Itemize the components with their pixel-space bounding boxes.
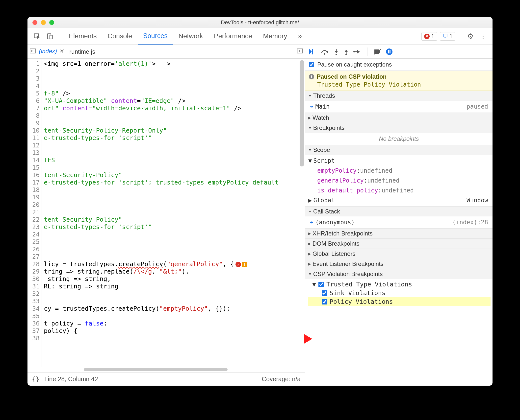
current-thread-icon: ➔ (310, 103, 313, 110)
tab-memory[interactable]: Memory (258, 28, 293, 45)
csp-tree-child[interactable]: Sink Violations (308, 289, 491, 297)
policy-violations-checkbox[interactable] (322, 299, 327, 304)
callstack-frame[interactable]: ➔ (anonymous) (index):28 (305, 217, 493, 227)
svg-rect-5 (312, 49, 313, 54)
tab-elements[interactable]: Elements (63, 28, 102, 45)
sink-violations-checkbox[interactable] (322, 290, 327, 296)
code-lines: <img src=1 onerror='alert(1)'> -->f-8" /… (42, 59, 305, 342)
watch-section: ▶Watch (305, 113, 493, 123)
thread-row[interactable]: ➔ Main paused (305, 102, 493, 112)
message-icon: 🗨 (442, 33, 448, 40)
csp-tree-child[interactable]: Policy Violations (308, 297, 491, 306)
paused-banner: i Paused on CSP violation Trusted Type P… (305, 71, 493, 91)
svg-rect-12 (388, 50, 389, 53)
scope-section: ▼Scope ▼Script emptyPolicy: undefinedgen… (305, 145, 493, 207)
svg-rect-13 (390, 50, 390, 53)
window-title: DevTools - tt-enforced.glitch.me/ (27, 19, 493, 26)
close-icon[interactable]: ✕ (59, 48, 63, 54)
svg-point-8 (345, 54, 347, 55)
editor-statusbar: {} Line 28, Column 42 Coverage: n/a (27, 372, 305, 386)
dom-section: ▶DOM Breakpoints (305, 239, 493, 249)
titlebar: DevTools - tt-enforced.glitch.me/ (27, 17, 493, 28)
scope-property[interactable]: generalPolicy: undefined (305, 176, 493, 186)
file-tab-label: runtime.js (69, 48, 95, 55)
svg-rect-2 (50, 35, 52, 39)
pause-on-exceptions-icon[interactable] (386, 48, 393, 55)
csp-section: ▼CSP Violation Breakpoints ▼ Trusted Typ… (305, 269, 493, 308)
error-icon: ✕ (424, 34, 430, 39)
step-over-icon[interactable] (321, 48, 329, 55)
inspect-icon[interactable] (32, 31, 42, 41)
line-gutter: 1234567891011121314151617181920212223242… (27, 59, 42, 367)
errors-badge[interactable]: ✕ 1 (421, 32, 437, 41)
xhr-section: ▶XHR/fetch Breakpoints (305, 229, 493, 239)
callstack-section: ▼Call Stack ➔ (anonymous) (index):28 (305, 207, 493, 229)
navigator-toggle-icon[interactable] (29, 48, 36, 56)
file-tab-runtime[interactable]: runtime.js (66, 45, 98, 58)
deactivate-breakpoints-icon[interactable] (374, 48, 381, 55)
step-icon[interactable] (353, 49, 361, 54)
vertical-scrollbar[interactable] (299, 59, 305, 367)
no-breakpoints-label: No breakpoints (305, 134, 493, 144)
paused-title: Paused on CSP violation (317, 73, 387, 80)
scope-property[interactable]: is_default_policy: undefined (305, 186, 493, 195)
resume-icon[interactable] (309, 48, 316, 55)
paused-detail: Trusted Type Policy Violation (309, 81, 489, 88)
errors-count: 1 (431, 33, 434, 40)
debugger-pane: Pause on caught exceptions i Paused on C… (305, 45, 493, 386)
trusted-type-violations-checkbox[interactable] (318, 282, 324, 287)
svg-point-7 (336, 54, 337, 55)
tab-sources[interactable]: Sources (138, 28, 173, 45)
event-section: ▶Event Listener Breakpoints (305, 259, 493, 269)
svg-point-6 (324, 53, 325, 55)
annotation-arrow-icon (291, 329, 314, 350)
sources-pane: (index) ✕ runtime.js 1234567891011121314… (27, 45, 305, 386)
main-tabstrip: Elements Console Sources Network Perform… (27, 28, 493, 45)
svg-point-11 (386, 48, 392, 55)
settings-icon[interactable]: ⚙ (465, 31, 475, 41)
messages-badge[interactable]: 🗨 1 (440, 32, 455, 41)
step-out-icon[interactable] (343, 48, 349, 55)
current-frame-icon: ➔ (310, 219, 313, 226)
tab-overflow[interactable]: » (293, 28, 307, 45)
more-icon[interactable]: ⋮ (478, 31, 488, 41)
threads-section: ▼Threads ➔ Main paused (305, 91, 493, 113)
tab-network[interactable]: Network (173, 28, 208, 45)
tab-performance[interactable]: Performance (208, 28, 258, 45)
pretty-print-icon[interactable]: {} (32, 375, 39, 383)
pause-caught-exceptions-checkbox[interactable] (309, 62, 314, 67)
breakpoints-section: ▼Breakpoints No breakpoints (305, 123, 493, 145)
code-editor[interactable]: 1234567891011121314151617181920212223242… (27, 59, 305, 367)
svg-point-9 (353, 51, 355, 52)
coverage-status: Coverage: n/a (262, 375, 301, 383)
pause-caught-exceptions-label: Pause on caught exceptions (317, 61, 392, 68)
step-into-icon[interactable] (334, 48, 339, 55)
debugger-toggle-icon[interactable] (297, 48, 303, 56)
file-tab-label: (index) (39, 48, 57, 55)
devtools-window: DevTools - tt-enforced.glitch.me/ Elemen… (27, 17, 493, 386)
info-icon: i (309, 74, 314, 79)
scope-property[interactable]: emptyPolicy: undefined (305, 166, 493, 176)
file-tab-index[interactable]: (index) ✕ (36, 45, 66, 58)
device-toggle-icon[interactable] (45, 31, 55, 41)
messages-count: 1 (449, 33, 453, 40)
tab-console[interactable]: Console (102, 28, 138, 45)
csp-tree-root[interactable]: ▼ Trusted Type Violations (308, 280, 491, 289)
debugger-toolbar (305, 45, 493, 59)
listeners-section: ▶Global Listeners (305, 249, 493, 259)
pause-caught-exceptions-row: Pause on caught exceptions (305, 59, 493, 71)
cursor-position: Line 28, Column 42 (44, 375, 98, 383)
file-tabs: (index) ✕ runtime.js (27, 45, 305, 59)
horizontal-scrollbar[interactable] (42, 367, 299, 372)
